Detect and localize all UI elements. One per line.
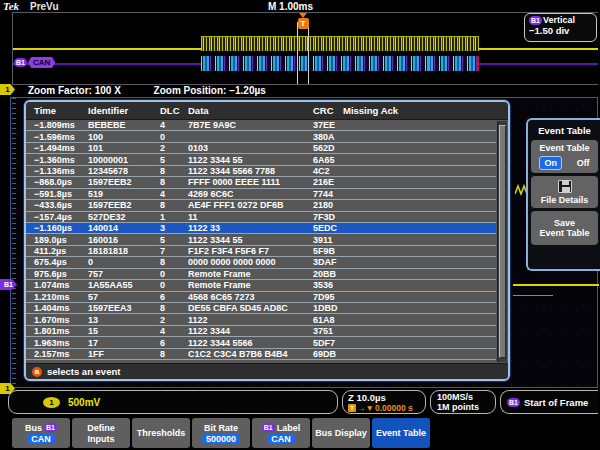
toggle-off[interactable]: Off (577, 158, 590, 168)
col-header-missing-ack: Missing Ack (343, 105, 508, 116)
cell-dlc: 6 (160, 292, 188, 302)
bus-select-button[interactable]: Bus B1 CAN (12, 418, 70, 448)
col-header-time: Time (26, 105, 88, 116)
acquisition-readout: 100MS/s 1M points (430, 390, 496, 414)
table-row[interactable]: 1.670ms 13 2 1122 61A8 (26, 314, 496, 325)
cell-crc: 380A (313, 132, 343, 142)
bus-display-button[interactable]: Bus Display (312, 418, 370, 448)
zoom-factor: Zoom Factor: 100 X (28, 85, 121, 96)
bus-label: Bus (25, 423, 42, 433)
table-row[interactable]: −1.494ms 101 2 0103 562D (26, 143, 496, 154)
table-row[interactable]: 411.2µs 18181818 7 F1F2 F3F4 F5F6 F7 5F9… (26, 246, 496, 257)
define-inputs-button[interactable]: Define Inputs (72, 418, 130, 448)
cell-identifier: 1FF (88, 349, 160, 359)
define-line2: Inputs (88, 434, 115, 444)
table-scrollbar[interactable] (497, 121, 507, 362)
table-row[interactable]: −1.809ms BEBEBE 4 7B7E 9A9C 37EE (26, 120, 496, 131)
table-row[interactable]: −591.8µs 519 4 4269 6C6C 7744 (26, 189, 496, 200)
table-row[interactable]: −1.360ms 10000001 5 1122 3344 55 6A65 (26, 154, 496, 165)
cell-data: 1122 3344 5566 7788 (188, 166, 313, 176)
cell-time: 411.2µs (26, 246, 88, 256)
can-decode-end-bracket (477, 56, 479, 71)
cell-crc: 69DB (313, 349, 343, 359)
label-button[interactable]: B1 Label CAN (252, 418, 310, 448)
cell-identifier: 527DE32 (88, 212, 160, 222)
table-row[interactable]: 189.0µs 160016 5 1122 3344 55 3911 (26, 234, 496, 245)
thresholds-label: Thresholds (137, 428, 186, 438)
table-row[interactable]: 2.157ms 1FF 8 C1C2 C3C4 B7B6 B4B4 69DB (26, 349, 496, 360)
cell-time: −1.494ms (26, 143, 88, 153)
cell-time: 2.157ms (26, 349, 88, 359)
cell-data: 4269 6C6C (188, 189, 313, 199)
b1-badge: B1 (14, 58, 27, 67)
cell-dlc: 0 (160, 132, 188, 142)
cell-time: −157.4µs (26, 212, 88, 222)
cell-data: AE4F FFF1 0272 DF6B (188, 200, 313, 210)
trigger-t-icon: T (348, 404, 356, 412)
cell-dlc: 4 (160, 120, 188, 130)
trigger-position-value: 0.00000 s (375, 403, 413, 413)
cell-identifier: 57 (88, 292, 160, 302)
cell-dlc: 8 (160, 349, 188, 359)
zoom-window-bracket[interactable] (297, 22, 309, 84)
toggle-label: Event Table (532, 143, 597, 153)
table-row[interactable]: 975.6µs 757 0 Remote Frame 20BB (26, 269, 496, 280)
event-table: Time Identifier DLC Data CRC Missing Ack… (24, 100, 510, 381)
cell-identifier: 0 (88, 257, 160, 267)
toggle-on[interactable]: On (539, 156, 562, 170)
vertical-value: −1.50 div (529, 25, 592, 36)
cell-data: 1122 3344 55 (188, 235, 313, 245)
cell-data: 0103 (188, 143, 313, 153)
trigger-position-marker[interactable]: T (297, 13, 309, 29)
table-row[interactable]: 1.801ms 15 4 1122 3344 3751 (26, 326, 496, 337)
zoom-position: Zoom Position: −1.20µs (154, 85, 266, 96)
zoom-scale-readout[interactable]: Z 10.0µs T →▼ 0.00000 s (342, 390, 426, 414)
zoom-readout-bar: Zoom Factor: 100 X Zoom Position: −1.20µ… (28, 85, 296, 96)
cell-time: −1.160µs (26, 223, 88, 233)
ch1-zoom-trace (513, 284, 599, 286)
cell-crc: 6A65 (313, 155, 343, 165)
table-row[interactable]: −868.0µs 1597EEB2 8 FFFF 0000 EEEE 1111 … (26, 177, 496, 188)
cell-dlc: 8 (160, 200, 188, 210)
save-event-table-button[interactable]: Save Event Table (531, 211, 598, 245)
scrollbar-thumb[interactable] (499, 125, 506, 358)
file-details-button[interactable]: File Details (531, 176, 598, 208)
cell-crc: 4C2 (313, 166, 343, 176)
table-row[interactable]: −1.136ms 12345678 8 1122 3344 5566 7788 … (26, 166, 496, 177)
event-table-body: −1.809ms BEBEBE 4 7B7E 9A9C 37EE −1.596m… (26, 120, 508, 363)
table-row[interactable]: −157.4µs 527DE32 1 11 7F3D (26, 212, 496, 223)
cell-crc: 5DF7 (313, 338, 343, 348)
thresholds-button[interactable]: Thresholds (132, 418, 190, 448)
table-row[interactable]: −1.596ms 100 0 380A (26, 131, 496, 142)
bit-rate-button[interactable]: Bit Rate 500000 (192, 418, 250, 448)
event-table-toggle-button[interactable]: Event Table On Off (531, 140, 598, 173)
table-row[interactable]: 675.4µs 0 8 0000 0000 0000 0000 3DAF (26, 257, 496, 268)
cell-dlc: 5 (160, 155, 188, 165)
table-row[interactable]: 1.963ms 17 6 1122 3344 5566 5DF7 (26, 337, 496, 348)
cell-data: 11 (188, 212, 313, 222)
event-table-menu-button[interactable]: Event Table (372, 418, 430, 448)
trigger-t-icon: T (298, 18, 309, 29)
table-row[interactable]: −433.6µs 1597EEB2 8 AE4F FFF1 0272 DF6B … (26, 200, 496, 211)
cell-identifier: 160016 (88, 235, 160, 245)
table-row[interactable]: 1.404ms 1597EEA3 8 DE55 CBFA 5D45 AD8C 1… (26, 303, 496, 314)
cell-dlc: 8 (160, 303, 188, 313)
can-bus-label: CAN (28, 57, 55, 68)
table-row[interactable]: 1.074ms 1A55AA55 0 Remote Frame 3536 (26, 280, 496, 291)
cell-crc: 61A8 (313, 315, 343, 325)
cell-time: 1.210ms (26, 292, 88, 302)
zoom-scale-value: Z 10.0µs (348, 392, 386, 403)
multipurpose-knob-a-icon: a (32, 367, 42, 377)
table-row[interactable]: 1.210ms 57 6 4568 6C65 7273 7D95 (26, 292, 496, 303)
acquisition-mode: PreVu (30, 1, 59, 12)
event-table-header: Time Identifier DLC Data CRC Missing Ack (26, 102, 508, 120)
table-row[interactable]: −1.160µs 140014 3 1122 33 5EDC (26, 223, 496, 234)
ch1-position-marker[interactable]: 1 (0, 84, 15, 95)
bus-b1-can-tag[interactable]: B1 CAN (14, 57, 55, 68)
cell-time: −1.360ms (26, 155, 88, 165)
ch1-scale-readout[interactable]: 1 500mV (8, 390, 338, 414)
col-header-data: Data (188, 105, 313, 116)
cell-dlc: 8 (160, 166, 188, 176)
cell-identifier: 519 (88, 189, 160, 199)
side-menu: Event Table Event Table On Off File Deta… (526, 118, 600, 271)
